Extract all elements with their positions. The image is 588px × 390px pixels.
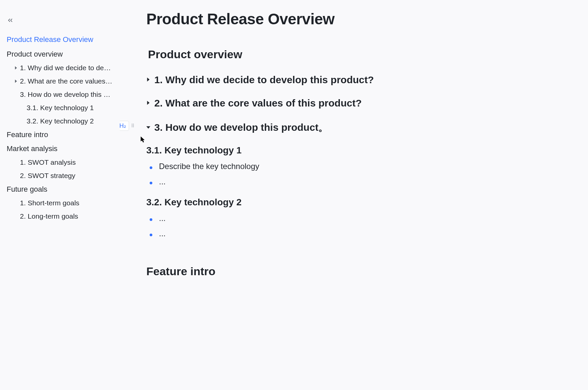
outline-item[interactable]: 2. SWOT strategy [7, 172, 113, 180]
document-body[interactable]: Product Release Overview Product overvie… [120, 0, 588, 390]
bullet-dot-icon [150, 182, 152, 184]
outline-h1[interactable]: Market analysis [7, 144, 113, 153]
outline-item-label: 1. Why did we decide to devel... [20, 64, 113, 72]
outline-item[interactable]: 1. Short-term goals [7, 199, 113, 207]
outline-item-label: 3.2. Key technology 2 [27, 117, 113, 125]
collapse-sidebar-button[interactable] [7, 17, 14, 25]
section-heading[interactable]: Product overview [148, 48, 548, 61]
heading-type-badge[interactable]: H₂ [120, 121, 129, 131]
outline-sidebar: Product Release Overview Product overvie… [0, 0, 120, 390]
outline-h1[interactable]: Future goals [7, 185, 113, 194]
bullet-text: ... [159, 177, 166, 186]
outline-item-label: 1. Short-term goals [20, 199, 113, 207]
chevron-down-icon[interactable] [146, 125, 152, 131]
page-title[interactable]: Product Release Overview [146, 10, 548, 28]
bullet-dot-icon [150, 166, 152, 169]
collapsible-section: 2. What are the core values of this prod… [146, 98, 548, 109]
outline-item-label: 2. SWOT strategy [20, 172, 113, 180]
outline-subitem[interactable]: 3.1. Key technology 1 [7, 104, 113, 112]
bullet-dot-icon [150, 234, 152, 236]
outline-item-label: 2. What are the core values of ... [20, 77, 113, 85]
bullet-list-item[interactable]: ... [150, 229, 548, 238]
bullet-list-item[interactable]: Describe the key technology [150, 162, 548, 171]
collapsible-section-active: H₂ ⠿ 3. How do we develop this product。 … [146, 121, 548, 238]
bullet-dot-icon [150, 218, 152, 221]
bullet-list-item[interactable]: ... [150, 214, 548, 223]
outline-item[interactable]: 2. What are the core values of ... [7, 77, 113, 85]
outline-item[interactable]: 1. Why did we decide to devel... [7, 64, 113, 72]
subsection: 3.2. Key technology 2 ... ... [146, 197, 548, 238]
outline-item[interactable]: 3. How do we develop this pro... [7, 91, 113, 98]
outline-h1[interactable]: Product overview [7, 50, 113, 59]
outline-item-label: 3.1. Key technology 1 [27, 104, 113, 112]
outline-item[interactable]: 2. Long-term goals [7, 212, 113, 220]
outline-item-label: 3. How do we develop this pro... [20, 91, 113, 98]
bullet-list-item[interactable]: ... [150, 177, 548, 186]
outline-item-label: 2. Long-term goals [20, 212, 113, 220]
outline-item-label: 1. SWOT analysis [20, 158, 113, 166]
section-heading[interactable]: Feature intro [146, 265, 548, 278]
section-h2[interactable]: 1. Why did we decide to develop this pro… [154, 74, 374, 86]
subsection-heading[interactable]: 3.2. Key technology 2 [146, 197, 548, 208]
outline-h1[interactable]: Feature intro [7, 130, 113, 139]
chevron-right-icon[interactable] [146, 100, 152, 106]
outline-title[interactable]: Product Release Overview [7, 35, 113, 44]
bullet-text: Describe the key technology [159, 162, 259, 171]
outline-subitem[interactable]: 3.2. Key technology 2 [7, 117, 113, 125]
chevron-double-left-icon [7, 17, 14, 24]
bullet-text: ... [159, 214, 166, 223]
block-toolbar: H₂ ⠿ [120, 121, 135, 131]
section-h2[interactable]: 2. What are the core values of this prod… [154, 98, 362, 109]
chevron-right-icon[interactable] [13, 80, 19, 83]
subsection: 3.1. Key technology 1 Describe the key t… [146, 145, 548, 186]
bullet-text: ... [159, 229, 166, 238]
subsection-heading[interactable]: 3.1. Key technology 1 [146, 145, 548, 156]
section-h2[interactable]: 3. How do we develop this product。 [154, 121, 328, 134]
collapsible-section: 1. Why did we decide to develop this pro… [146, 74, 548, 86]
chevron-right-icon[interactable] [146, 77, 152, 83]
drag-handle-icon[interactable]: ⠿ [130, 123, 135, 128]
outline-item[interactable]: 1. SWOT analysis [7, 158, 113, 166]
chevron-right-icon[interactable] [13, 66, 19, 70]
